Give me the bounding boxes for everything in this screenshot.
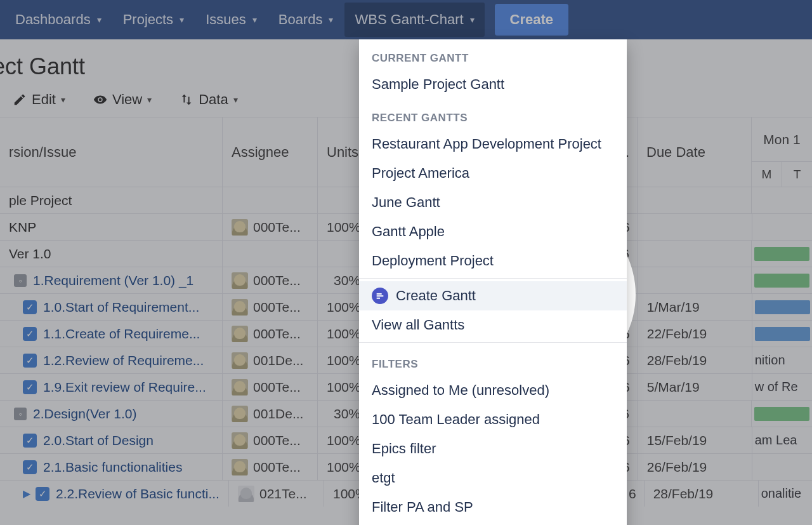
timeline-cell — [751, 241, 812, 267]
due-date-cell[interactable] — [637, 241, 751, 267]
menu-filter-item[interactable]: Assigned to Me (unresolved) — [359, 376, 627, 405]
gantt-bar[interactable] — [754, 407, 809, 421]
timeline-cell — [752, 454, 812, 480]
issue-cell[interactable]: ✓1.9.Exit review of Require... — [0, 374, 222, 400]
chevron-down-icon: ▾ — [180, 15, 184, 25]
units-cell[interactable]: 100% — [317, 454, 365, 480]
issue-text: 2.2.Review of Basic functi... — [56, 486, 219, 502]
menu-recent-item[interactable]: Gantt Apple — [359, 217, 627, 246]
issue-cell[interactable]: ✓2.0.Start of Design — [0, 427, 222, 453]
assignee-cell[interactable]: 001De... — [222, 347, 317, 373]
assignee-cell[interactable]: 000Te... — [222, 321, 317, 347]
issue-text: 2.0.Start of Design — [43, 433, 154, 448]
menu-filter-item[interactable]: etgt — [359, 463, 627, 493]
data-button[interactable]: Data▾ — [180, 91, 237, 108]
due-date-cell[interactable] — [637, 401, 751, 427]
nav-boards[interactable]: Boards▾ — [268, 3, 344, 37]
units-cell[interactable] — [317, 241, 364, 267]
menu-filter-more[interactable]: more... — [359, 522, 627, 525]
due-date-cell[interactable] — [638, 214, 752, 240]
menu-filter-item[interactable]: Epics filter — [359, 434, 627, 463]
issue-cell[interactable]: ✓2.1.Basic functionalities — [0, 454, 222, 480]
view-button[interactable]: View▾ — [93, 91, 152, 108]
issue-cell[interactable]: ✓1.1.Create of Requireme... — [0, 321, 222, 347]
assignee-cell[interactable]: 000Te... — [222, 294, 317, 320]
due-date-cell[interactable]: 28/Feb/19 — [638, 347, 752, 373]
due-date-cell[interactable]: 28/Feb/19 — [644, 481, 758, 507]
chevron-down-icon: ▾ — [233, 95, 238, 105]
nav-label: WBS Gantt-Chart — [355, 11, 463, 28]
assignee-cell[interactable]: 000Te... — [222, 454, 317, 480]
issue-cell[interactable]: ▶✓2.2.Review of Basic functi... — [0, 481, 228, 507]
avatar — [232, 459, 248, 475]
col-due[interactable]: Due Date — [637, 117, 751, 187]
issue-cell[interactable]: ◦1.Requirement (Ver 1.0) _1 — [0, 267, 222, 293]
issue-cell[interactable]: Ver 1.0 — [0, 241, 222, 267]
col-issue[interactable]: rsion/Issue — [0, 117, 222, 187]
nav-issues[interactable]: Issues▾ — [195, 3, 267, 37]
menu-filter-item[interactable]: 100 Team Leader assigned — [359, 405, 627, 434]
assignee-cell[interactable]: 021Te... — [228, 481, 324, 507]
menu-view-all[interactable]: View all Gantts — [359, 310, 627, 340]
units-cell[interactable]: 100% — [317, 427, 365, 453]
units-cell[interactable]: 100% — [317, 374, 365, 400]
col-assignee[interactable]: Assignee — [222, 117, 317, 187]
timeline-cell — [752, 294, 812, 320]
due-date-cell[interactable]: 22/Feb/19 — [638, 321, 752, 347]
menu-recent-item[interactable]: Deployment Project — [359, 246, 627, 276]
issue-cell[interactable]: ✓1.0.Start of Requirement... — [0, 294, 222, 320]
issue-cell[interactable]: ✓1.2.Review of Requireme... — [0, 347, 222, 373]
assignee-cell[interactable] — [222, 241, 317, 267]
gantt-bar[interactable] — [754, 274, 809, 288]
gantt-bar[interactable] — [754, 247, 809, 261]
menu-current-gantt[interactable]: Sample Project Gantt — [359, 70, 627, 99]
due-date-cell[interactable]: 1/Mar/19 — [638, 294, 752, 320]
plus-circle-icon — [372, 288, 388, 304]
menu-recent-item[interactable]: Restaurant App Development Project — [359, 130, 627, 159]
expand-icon[interactable]: ▶ — [23, 488, 30, 500]
assignee-cell[interactable]: 000Te... — [222, 267, 317, 293]
due-date-cell[interactable]: 5/Mar/19 — [638, 374, 752, 400]
eye-icon — [93, 93, 107, 107]
nav-projects[interactable]: Projects▾ — [113, 3, 194, 37]
nav-wbs-gantt[interactable]: WBS Gantt-Chart▾ — [344, 3, 484, 37]
assignee-cell[interactable]: 000Te... — [222, 214, 317, 240]
issue-cell[interactable]: KNP — [0, 214, 222, 240]
pencil-icon — [13, 93, 27, 107]
assignee-cell[interactable]: 001De... — [222, 401, 317, 427]
units-cell[interactable]: 100% — [317, 214, 365, 240]
menu-create-gantt[interactable]: Create Gantt — [359, 281, 627, 310]
due-date-cell[interactable] — [637, 187, 751, 213]
assignee-cell[interactable]: 000Te... — [222, 427, 317, 453]
due-date-cell[interactable]: 15/Feb/19 — [638, 427, 752, 453]
timeline-text: onalitie — [761, 486, 801, 501]
assignee-cell[interactable] — [222, 187, 317, 213]
assignee-cell[interactable]: 000Te... — [222, 374, 317, 400]
chevron-down-icon: ▾ — [252, 15, 257, 25]
avatar — [232, 432, 248, 449]
col-units[interactable]: Units — [317, 117, 364, 187]
issue-text: 1.9.Exit review of Require... — [43, 380, 206, 395]
checkbox-icon: ✓ — [23, 354, 37, 368]
units-cell[interactable]: 100% — [317, 321, 365, 347]
menu-filter-item[interactable]: Filter PA and SP — [359, 493, 627, 522]
issue-cell[interactable]: ple Project — [0, 187, 222, 213]
timeline-cell — [752, 214, 812, 240]
edit-button[interactable]: Edit▾ — [13, 91, 65, 108]
menu-recent-item[interactable]: Project America — [359, 159, 627, 188]
units-cell[interactable] — [317, 187, 364, 213]
issue-cell[interactable]: ◦2.Design(Ver 1.0) — [0, 401, 222, 427]
issue-text: 1.Requirement (Ver 1.0) _1 — [33, 273, 193, 288]
due-date-cell[interactable] — [637, 267, 751, 293]
gantt-bar[interactable] — [755, 300, 810, 314]
create-button[interactable]: Create — [495, 4, 568, 36]
units-cell[interactable]: 100% — [317, 347, 365, 373]
gantt-bar[interactable] — [755, 327, 810, 341]
units-cell[interactable]: 100% — [317, 294, 365, 320]
menu-recent-item[interactable]: June Gantt — [359, 188, 627, 217]
units-cell[interactable]: 30% — [317, 267, 364, 293]
due-date-cell[interactable]: 26/Feb/19 — [638, 454, 752, 480]
nav-dashboards[interactable]: Dashboards▾ — [5, 3, 112, 37]
assignee-text: 001De... — [253, 406, 303, 422]
units-cell[interactable]: 30% — [317, 401, 364, 427]
